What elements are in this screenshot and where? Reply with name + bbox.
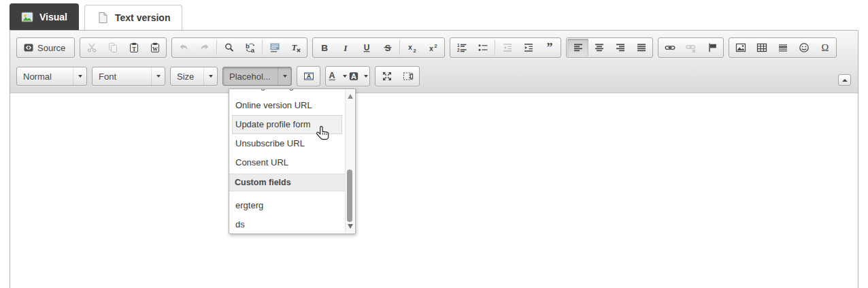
align-left-icon <box>573 42 584 53</box>
placeholder-dropdown-panel: g gOnline version URLUpdate profile form… <box>229 89 356 234</box>
text-color-icon: A <box>327 71 338 82</box>
select-all-icon <box>269 42 280 53</box>
editor-tab-bar: VisualText version <box>10 3 858 30</box>
editor-tools-group <box>375 66 420 86</box>
menu-item-ds[interactable]: ds <box>232 215 342 234</box>
italic-button[interactable]: I <box>335 39 356 57</box>
undo-button <box>173 39 194 57</box>
svg-text:T: T <box>132 46 136 52</box>
colors-group: AA <box>325 66 370 86</box>
clipped-item-fragment: g g <box>261 89 294 91</box>
toolbar-row-1: SourceTWbaTBIUSx2x212”Ω <box>16 37 831 58</box>
replace-icon: ba <box>245 42 256 53</box>
svg-text:”: ” <box>546 42 552 53</box>
scroll-down-button[interactable] <box>346 221 354 231</box>
align-left-button[interactable] <box>567 39 588 57</box>
align-center-button[interactable] <box>588 39 610 57</box>
menu-item-unsubscribe-url[interactable]: Unsubscribe URL <box>232 134 342 153</box>
smiley-button[interactable] <box>793 39 814 57</box>
horizontal-rule-button[interactable] <box>772 39 793 57</box>
paste-as-text-button[interactable]: T <box>123 39 144 57</box>
chevron-down-icon <box>209 75 213 78</box>
dropdown-arrow-icon <box>343 75 347 78</box>
find-icon <box>224 42 235 53</box>
font-combo[interactable]: Font <box>92 67 165 86</box>
increase-indent-button[interactable] <box>518 39 539 57</box>
paragraph-format-combo[interactable]: Normal <box>16 67 87 86</box>
superscript-icon: x2 <box>428 42 439 53</box>
redo-button <box>194 39 215 57</box>
source-icon <box>23 42 34 53</box>
scroll-down-arrow-icon <box>348 224 353 229</box>
blockquote-button[interactable]: ” <box>539 39 560 57</box>
svg-text:Ω: Ω <box>821 42 829 53</box>
select-all-button[interactable] <box>264 39 285 57</box>
size-combo-open-button[interactable] <box>203 67 217 85</box>
show-blocks-icon <box>403 71 414 82</box>
insert-placeholder-button[interactable]: A <box>298 67 319 85</box>
menu-item-update-profile-form[interactable]: Update profile form <box>232 115 342 134</box>
placeholder-combo[interactable]: Placehol... <box>222 67 292 86</box>
strikethrough-button[interactable]: S <box>377 39 398 57</box>
align-group <box>566 37 653 58</box>
image-button[interactable] <box>730 39 751 57</box>
source-button[interactable]: Source <box>18 39 73 57</box>
link-button[interactable] <box>659 39 680 57</box>
tab-text-version[interactable]: Text version <box>84 5 182 30</box>
svg-text:2: 2 <box>434 43 437 49</box>
bold-button[interactable]: B <box>314 39 335 57</box>
history-find-group: baT <box>171 37 307 58</box>
anchor-button[interactable] <box>701 39 722 57</box>
background-color-button[interactable]: A <box>348 67 369 85</box>
superscript-button[interactable]: x2 <box>422 39 444 57</box>
chevron-down-icon <box>78 75 82 78</box>
numbered-list-button[interactable]: 12 <box>451 39 472 57</box>
replace-button[interactable]: ba <box>239 39 261 57</box>
placeholder-combo-open-button[interactable] <box>278 67 291 85</box>
align-center-icon <box>594 42 605 53</box>
menu-item-consent-url[interactable]: Consent URL <box>232 153 342 172</box>
special-char-icon: Ω <box>820 42 831 53</box>
toolbar-separator <box>495 40 495 55</box>
tab-visual-label: Visual <box>39 12 67 22</box>
subscript-icon: x2 <box>407 42 418 53</box>
editor-toolbar: SourceTWbaTBIUSx2x212”Ω NormalFontSizePl… <box>10 31 858 93</box>
editor-content-area[interactable] <box>10 120 858 288</box>
size-combo[interactable]: Size <box>170 67 218 86</box>
special-character-button[interactable]: Ω <box>814 39 835 57</box>
tab-text-version-label: Text version <box>115 12 170 23</box>
scroll-up-button[interactable] <box>346 91 354 101</box>
scroll-up-arrow-icon <box>348 94 353 99</box>
tab-visual[interactable]: Visual <box>10 3 79 30</box>
table-button[interactable] <box>751 39 772 57</box>
menu-item-online-version-url[interactable]: Online version URL <box>232 96 342 115</box>
underline-button[interactable]: U <box>356 39 377 57</box>
strike-icon: S <box>382 42 393 53</box>
show-blocks-button[interactable] <box>397 67 418 85</box>
size-combo-value: Size <box>171 71 203 82</box>
bulleted-list-button[interactable] <box>472 39 493 57</box>
subscript-button[interactable]: x2 <box>401 39 422 57</box>
maximize-icon <box>382 71 393 82</box>
bold-icon: B <box>319 42 330 53</box>
text-color-button[interactable]: A <box>327 67 348 85</box>
insert-group: Ω <box>729 37 837 58</box>
scrollbar-thumb[interactable] <box>347 170 352 222</box>
toolbar-separator <box>262 40 263 55</box>
justify-button[interactable] <box>631 39 652 57</box>
find-button[interactable] <box>218 39 239 57</box>
dropdown-scrollbar[interactable] <box>345 90 354 233</box>
blockquote-icon: ” <box>544 42 555 53</box>
align-right-button[interactable] <box>610 39 631 57</box>
remove-format-button[interactable]: T <box>285 39 306 57</box>
basicstyles-group: BIUSx2x2 <box>312 37 445 58</box>
italic-icon: I <box>340 42 351 53</box>
paragraph-format-combo-open-button[interactable] <box>73 67 86 85</box>
paste-from-word-button[interactable]: W <box>144 39 165 57</box>
maximize-button[interactable] <box>376 67 397 85</box>
toolbar-separator <box>399 40 400 55</box>
document-icon <box>97 12 109 24</box>
font-combo-open-button[interactable] <box>151 67 165 85</box>
collapse-toolbar-button[interactable] <box>838 74 851 86</box>
menu-item-ergterg[interactable]: ergterg <box>232 196 342 215</box>
